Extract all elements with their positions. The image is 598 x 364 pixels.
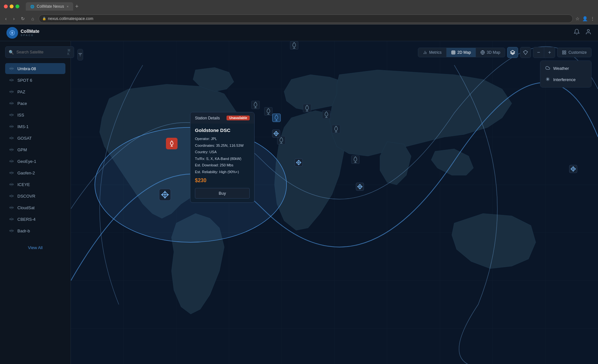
satellite-item-cloudsat[interactable]: CloudSat bbox=[5, 202, 65, 213]
large-station-left[interactable] bbox=[158, 188, 172, 203]
satellite-item-gpm[interactable]: GPM bbox=[5, 144, 65, 155]
filter-button[interactable] bbox=[77, 49, 83, 61]
customize-label: Customize bbox=[568, 50, 587, 55]
satellite-item-cbers-4[interactable]: CBERS-4 bbox=[5, 214, 65, 225]
maximize-button[interactable] bbox=[15, 5, 19, 8]
large-station-3[interactable] bbox=[354, 181, 365, 193]
app-container: CollMate SPACE bbox=[0, 24, 598, 364]
ground-station-asia-1[interactable] bbox=[303, 104, 311, 112]
satellite-name: GPM bbox=[17, 147, 27, 152]
svg-rect-21 bbox=[9, 103, 11, 104]
metrics-button[interactable]: Metrics bbox=[418, 48, 447, 57]
map-area[interactable]: Metrics 2D Map bbox=[71, 41, 598, 364]
customize-button[interactable]: Customize bbox=[557, 48, 592, 57]
browser-titlebar: 🌐 CollMate Nexus × + bbox=[0, 0, 598, 13]
satellite-item-gaofen-2[interactable]: Gaofen-2 bbox=[5, 167, 65, 178]
browser-toolbar: ‹ › ↻ ⌂ 🔒 nexus.collimatespace.com ☆ 👤 ⋮ bbox=[0, 13, 598, 24]
popup-header: Station Details Unavailable bbox=[190, 112, 254, 124]
download-detail: Est. Download: 250 Mbs bbox=[195, 163, 250, 168]
reliability-detail: Est. Reliability: High (90%+) bbox=[195, 169, 250, 175]
svg-rect-13 bbox=[12, 79, 14, 81]
view-all-link[interactable]: View All bbox=[5, 243, 65, 253]
back-button[interactable]: ‹ bbox=[3, 15, 9, 23]
svg-rect-63 bbox=[12, 195, 14, 197]
search-row: 🔍 ⌘ K bbox=[5, 46, 65, 63]
satellite-item-iceye[interactable]: ICEYE bbox=[5, 179, 65, 190]
user-profile-button[interactable] bbox=[585, 29, 592, 37]
satellite-name: Gaofen-2 bbox=[17, 171, 35, 175]
download-label: Est. Download: bbox=[195, 163, 219, 167]
satellite-item-spot-6[interactable]: SPOT 6 bbox=[5, 75, 65, 86]
map-2d-label: 2D Map bbox=[458, 50, 471, 55]
satellite-item-badr-b[interactable]: Badr-b bbox=[5, 225, 65, 236]
weather-label: Weather bbox=[553, 66, 569, 71]
map-2d-icon bbox=[451, 50, 456, 55]
large-station-2[interactable] bbox=[293, 157, 304, 169]
station-marker-active[interactable] bbox=[166, 138, 178, 149]
satellite-item-pace[interactable]: Pace bbox=[5, 98, 65, 109]
ground-station-asia-2[interactable] bbox=[322, 110, 331, 119]
svg-rect-78 bbox=[12, 230, 14, 232]
logo-name: CollMate bbox=[21, 29, 39, 34]
search-shortcut: ⌘ K bbox=[67, 49, 71, 56]
ground-station-europe-1[interactable] bbox=[251, 101, 260, 109]
satellite-name: ISS bbox=[17, 113, 24, 117]
satellite-item-dscovr[interactable]: DSCOVR bbox=[5, 191, 65, 201]
svg-rect-107 bbox=[563, 53, 564, 54]
availability-badge: Unavailable bbox=[227, 116, 250, 120]
svg-rect-48 bbox=[12, 161, 14, 162]
operator-detail: Operator: JPL bbox=[195, 136, 250, 142]
refresh-button[interactable]: ↻ bbox=[19, 15, 27, 23]
satellite-item-gosat[interactable]: GOSAT bbox=[5, 133, 65, 144]
forward-button[interactable]: › bbox=[11, 15, 17, 23]
map-2d-button[interactable]: 2D Map bbox=[447, 48, 476, 57]
country-value: USA bbox=[209, 150, 217, 154]
buy-button[interactable]: Buy bbox=[195, 188, 250, 199]
overlay-dropdown: Weather Interference bbox=[540, 61, 592, 88]
satellite-icon bbox=[9, 205, 14, 210]
satellite-item-geoeye-1[interactable]: GeoEye-1 bbox=[5, 156, 65, 167]
satellite-item-paz[interactable]: PAZ bbox=[5, 86, 65, 97]
logo-icon bbox=[6, 27, 18, 39]
svg-rect-73 bbox=[12, 219, 14, 220]
zoom-in-button[interactable]: + bbox=[544, 47, 555, 58]
weather-option[interactable]: Weather bbox=[540, 63, 591, 74]
satellite-item-umbra-08[interactable]: Umbra-08 bbox=[5, 63, 65, 74]
layers-button[interactable] bbox=[507, 47, 518, 58]
minimize-button[interactable] bbox=[10, 5, 14, 8]
satellite-name: DSCOVR bbox=[17, 194, 35, 199]
new-tab-button[interactable]: + bbox=[75, 3, 79, 10]
metrics-icon bbox=[423, 50, 427, 55]
map-3d-button[interactable]: 3D Map bbox=[476, 48, 505, 57]
svg-rect-31 bbox=[9, 126, 11, 127]
large-station-1[interactable] bbox=[271, 128, 282, 140]
satellite-item-iss[interactable]: ISS bbox=[5, 109, 65, 120]
search-bar[interactable]: 🔍 ⌘ K bbox=[5, 46, 74, 58]
bookmark-button[interactable]: ☆ bbox=[575, 16, 580, 21]
large-station-right[interactable] bbox=[568, 163, 579, 176]
ground-station-asia-3[interactable] bbox=[332, 125, 340, 133]
main-content: 🔍 ⌘ K bbox=[0, 41, 598, 364]
address-bar[interactable]: 🔒 nexus.collimatespace.com bbox=[39, 14, 573, 23]
search-input[interactable] bbox=[16, 50, 65, 54]
satellite-icon bbox=[9, 101, 14, 106]
svg-rect-46 bbox=[9, 161, 11, 162]
active-tab[interactable]: 🌐 CollMate Nexus × bbox=[26, 2, 73, 11]
ground-station-highlighted[interactable] bbox=[272, 114, 281, 122]
profile-button[interactable]: 👤 bbox=[582, 16, 588, 21]
svg-rect-26 bbox=[9, 114, 11, 116]
ground-station-europe-2[interactable] bbox=[264, 107, 273, 116]
tab-close-btn[interactable]: × bbox=[67, 5, 69, 8]
ground-station-aus-1[interactable] bbox=[351, 155, 360, 164]
home-button[interactable]: ⌂ bbox=[29, 15, 36, 23]
app-header: CollMate SPACE bbox=[0, 24, 598, 41]
interference-option[interactable]: Interference bbox=[540, 74, 591, 85]
menu-button[interactable]: ⋮ bbox=[590, 16, 595, 21]
notification-button[interactable] bbox=[574, 29, 580, 37]
zoom-out-button[interactable]: − bbox=[533, 47, 544, 58]
satellite-item-ims-1[interactable]: IMS-1 bbox=[5, 121, 65, 132]
svg-rect-58 bbox=[12, 184, 14, 185]
diamond-button[interactable] bbox=[520, 47, 531, 58]
close-button[interactable] bbox=[4, 5, 8, 8]
ground-station-africa-2[interactable] bbox=[290, 41, 298, 50]
